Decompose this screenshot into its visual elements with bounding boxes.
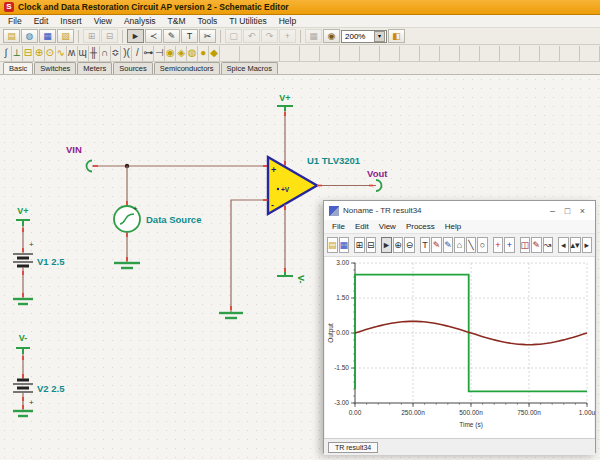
- inductor-button[interactable]: ∩: [100, 46, 111, 61]
- component-tab-meters[interactable]: Meters: [77, 62, 112, 74]
- v2-plus-sign: +: [29, 398, 34, 407]
- menu-file[interactable]: File: [2, 16, 28, 26]
- cut-button[interactable]: ✂: [199, 29, 216, 43]
- interactive-mode-button[interactable]: ◧: [388, 29, 405, 43]
- voltmeter-button[interactable]: ◉: [165, 46, 176, 61]
- menu-t-m[interactable]: T&M: [162, 16, 192, 26]
- pointer-button[interactable]: ►: [127, 29, 144, 43]
- menu-analysis[interactable]: Analysis: [118, 16, 162, 26]
- potentiometer-button[interactable]: ɰ: [78, 46, 89, 61]
- save-button[interactable]: ▦: [339, 237, 350, 253]
- autoscale-button[interactable]: ◫: [520, 237, 531, 253]
- component-tab-spice-macros[interactable]: Spice Macros: [221, 62, 278, 74]
- annotate-button[interactable]: ✎: [531, 237, 541, 253]
- text-button[interactable]: T: [420, 237, 430, 253]
- jumper-button[interactable]: ⊣: [154, 46, 165, 61]
- current-source-button[interactable]: ⊙: [45, 46, 56, 61]
- cursor-b-button[interactable]: +: [504, 237, 514, 253]
- y-tick-label: -1.50: [334, 364, 349, 371]
- waveform-plot-area[interactable]: 0.00250.00n500.00n750.00n1.00u3.001.500.…: [325, 257, 594, 438]
- voltage-generator-button[interactable]: ∿: [56, 46, 67, 61]
- menu-edit[interactable]: Edit: [350, 222, 374, 231]
- capacitor-button[interactable]: ╫: [89, 46, 100, 61]
- vplus-jumper[interactable]: [277, 106, 293, 111]
- chevron-down-icon[interactable]: ▾: [374, 31, 385, 42]
- zoom-in-button[interactable]: ⊕: [393, 237, 403, 253]
- battery-v1[interactable]: [13, 254, 33, 266]
- empty-toolbar-slot: [500, 46, 520, 61]
- curve-fit-button[interactable]: ↝: [543, 237, 553, 253]
- menu-help[interactable]: Help: [440, 222, 466, 231]
- component-tab-semiconductors[interactable]: Semiconductors: [154, 62, 220, 74]
- vout-connector[interactable]: [376, 180, 382, 191]
- menu-insert[interactable]: Insert: [54, 16, 87, 26]
- menu-help[interactable]: Help: [273, 16, 302, 26]
- cursor-a-button[interactable]: +: [493, 237, 503, 253]
- next-page-button[interactable]: ▸: [582, 237, 592, 253]
- voltage-source-icon: ⊕: [35, 48, 43, 58]
- zoom-level-select[interactable]: 200%▾: [341, 30, 387, 43]
- zoom-out-button[interactable]: ⊖: [404, 237, 414, 253]
- text-button[interactable]: T: [181, 29, 198, 43]
- minimize-button[interactable]: –: [545, 206, 560, 216]
- battery-v2[interactable]: [13, 380, 33, 392]
- controlled-source-button[interactable]: ⊶: [143, 46, 154, 61]
- net-label-vin: VIN: [66, 144, 82, 155]
- y-tick-label: 1.50: [336, 294, 349, 301]
- coupled-inductor-button[interactable]: )(: [121, 46, 132, 61]
- pointer-button[interactable]: ►: [381, 237, 392, 253]
- battery-button[interactable]: ⊟: [23, 46, 34, 61]
- close-button[interactable]: ×: [575, 206, 590, 216]
- open-file-button[interactable]: ▤: [327, 237, 338, 253]
- prev-page-button[interactable]: ◂: [558, 237, 568, 253]
- result-tab[interactable]: TR result34: [328, 442, 378, 453]
- schematic-canvas[interactable]: VIN + Data Source V+ + - +V U1 TLV3201 V…: [0, 75, 600, 460]
- pen-button[interactable]: ✎: [431, 237, 441, 253]
- copy-page-button[interactable]: ⊟: [366, 237, 376, 253]
- maximize-button[interactable]: □: [560, 206, 575, 216]
- empty-toolbar-slot: [460, 46, 480, 61]
- wire-pen-button[interactable]: ✎: [163, 29, 180, 43]
- open-web-button[interactable]: ◍: [21, 29, 38, 43]
- component-tab-basic[interactable]: Basic: [3, 62, 33, 74]
- menu-ti-utilities[interactable]: TI Utilities: [223, 16, 272, 26]
- multimeter-button[interactable]: ◍: [187, 46, 198, 61]
- vin-connector[interactable]: [87, 161, 92, 172]
- line-button[interactable]: ╲: [466, 237, 476, 253]
- menu-process[interactable]: Process: [401, 222, 440, 231]
- vminus-jumper[interactable]: [277, 272, 293, 276]
- hook-select-button[interactable]: ≺: [145, 29, 162, 43]
- vminus-rail-jumper[interactable]: [16, 348, 30, 354]
- switch-button[interactable]: /: [132, 46, 143, 61]
- menu-file[interactable]: File: [327, 222, 350, 231]
- wire-tool-icon: ∫: [5, 48, 8, 58]
- ground-button[interactable]: ⟂: [12, 46, 23, 61]
- waveform-window[interactable]: Noname - TR result34 – □ × FileEditViewP…: [323, 200, 596, 453]
- marker-button[interactable]: ✎: [443, 237, 453, 253]
- zoom-button[interactable]: ◉: [323, 29, 340, 43]
- wire-minus-to-ground[interactable]: [231, 200, 268, 312]
- resistor-button[interactable]: ʍ: [67, 46, 78, 61]
- wire-tool-button[interactable]: ∫: [1, 46, 12, 61]
- menu-view[interactable]: View: [374, 222, 401, 231]
- menu-tools[interactable]: Tools: [192, 16, 224, 26]
- text-icon: T: [187, 32, 193, 41]
- transformer-button[interactable]: ≎: [111, 46, 122, 61]
- ellipse-button[interactable]: ○: [477, 237, 487, 253]
- oscilloscope-button[interactable]: ◆: [209, 46, 220, 61]
- stamp-button[interactable]: ⌂: [454, 237, 464, 253]
- export-button[interactable]: ▧: [57, 29, 74, 43]
- page-spinner[interactable]: ▴▾: [570, 237, 581, 253]
- save-button[interactable]: ▦: [39, 29, 56, 43]
- open-file-button[interactable]: ▤: [3, 29, 20, 43]
- copy-button[interactable]: ⊞: [354, 237, 364, 253]
- component-tab-sources[interactable]: Sources: [113, 62, 153, 74]
- ammeter-button[interactable]: ◈: [176, 46, 187, 61]
- voltage-source-button[interactable]: ⊕: [34, 46, 45, 61]
- menu-view[interactable]: View: [88, 16, 118, 26]
- component-tab-switches[interactable]: Switches: [34, 62, 76, 74]
- wattmeter-button[interactable]: ●: [198, 46, 209, 61]
- vplus-rail-jumper[interactable]: [16, 220, 30, 226]
- waveform-window-titlebar[interactable]: Noname - TR result34 – □ ×: [324, 201, 595, 220]
- menu-edit[interactable]: Edit: [28, 16, 55, 26]
